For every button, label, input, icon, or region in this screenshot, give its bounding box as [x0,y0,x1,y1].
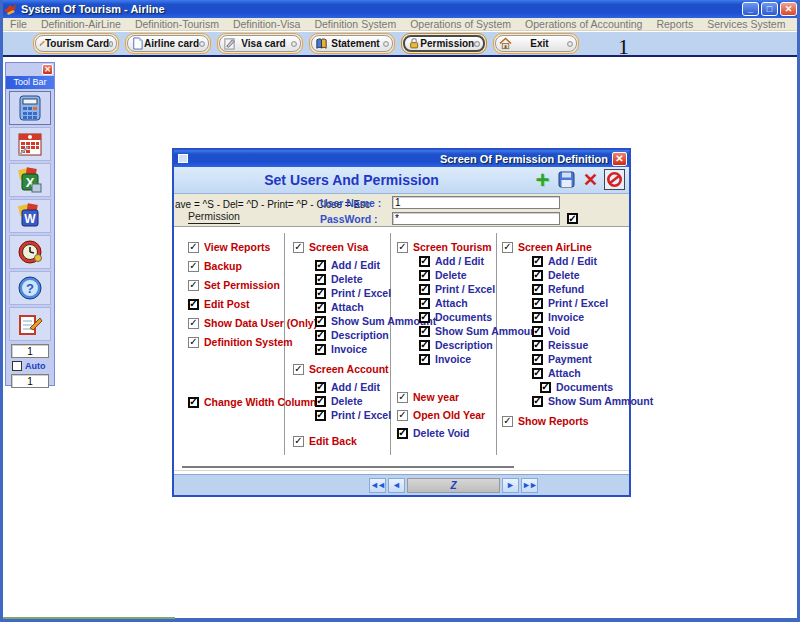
calendar-button[interactable] [9,127,51,161]
checkbox-edit-post[interactable]: ✓ [188,299,199,310]
dialog-close-button[interactable]: ✕ [612,152,627,166]
excel-button[interactable]: X [9,163,51,197]
checkbox-airline-void[interactable]: ✓ [532,326,543,337]
menu-definition-visa[interactable]: Definition-Visa [226,18,308,30]
maximize-button[interactable]: □ [761,2,778,16]
checkbox-airline-reissue[interactable]: ✓ [532,340,543,351]
checkbox-show-reports[interactable]: ✓ [502,416,513,427]
checkbox-change-width-columns[interactable]: ✓ [188,397,199,408]
page-pen-icon [223,37,236,50]
checkbox-airline-delete[interactable]: ✓ [532,270,543,281]
checkbox-screen-visa[interactable]: ✓ [293,242,304,253]
menu-services-system[interactable]: Services System [700,18,792,30]
menu-definition-airline[interactable]: Definition-AirLine [34,18,128,30]
checkbox-airline-payment[interactable]: ✓ [532,354,543,365]
button-dot-icon [474,41,480,47]
exit-button[interactable]: Exit [495,35,577,52]
checkbox-airline-show-sum-ammount[interactable]: ✓ [532,396,543,407]
checkbox-airline-invoice[interactable]: ✓ [532,312,543,323]
checkbox-visa-show-sum-ammount[interactable]: ✓ [315,316,326,327]
help-button[interactable]: ? [9,271,51,305]
checkbox-screen-account[interactable]: ✓ [293,364,304,375]
checkbox-account-add-edit[interactable]: ✓ [315,382,326,393]
permission-label: Screen Tourism [413,241,492,253]
auto-checkbox[interactable] [12,361,22,371]
checkbox-airline-refund[interactable]: ✓ [532,284,543,295]
minimize-button[interactable]: _ [742,2,759,16]
checkbox-tourism-description[interactable]: ✓ [419,340,430,351]
checkbox-definition-system[interactable]: ✓ [188,337,199,348]
checkbox-visa-add-edit[interactable]: ✓ [315,260,326,271]
next-record-button[interactable]: ► [502,478,519,493]
airline-card-button[interactable]: Airline card [127,35,209,52]
permission-row: ✓Delete [532,269,653,281]
checkbox-new-year[interactable]: ✓ [397,392,408,403]
close-button[interactable]: ✕ [780,2,797,16]
permission-label: Delete [435,269,467,281]
checkbox-open-old-year[interactable]: ✓ [397,410,408,421]
checkbox-set-permission[interactable]: ✓ [188,280,199,291]
menu-others[interactable]: Others [792,18,800,30]
checkbox-visa-invoice[interactable]: ✓ [315,344,326,355]
clock-button[interactable] [9,235,51,269]
menu-definition-tourism[interactable]: Definition-Tourism [128,18,226,30]
checkbox-tourism-delete[interactable]: ✓ [419,270,430,281]
checkbox-tourism-attach[interactable]: ✓ [419,298,430,309]
menu-operations-of-system[interactable]: Operations of System [403,18,518,30]
toolbox-bottom-field[interactable]: 1 [11,374,49,388]
airline-card-group: Airline card [125,33,211,54]
checkbox-show-data-user-only[interactable]: ✓ [188,318,199,329]
checkbox-tourism-print-excel[interactable]: ✓ [419,284,430,295]
checkbox-visa-delete[interactable]: ✓ [315,274,326,285]
menu-reports[interactable]: Reports [649,18,700,30]
add-button[interactable]: + [532,169,553,190]
menu-file[interactable]: File [3,18,34,30]
delete-button[interactable]: ✕ [580,169,601,190]
permission-button[interactable]: Permission [403,35,485,52]
visa-card-group: Visa card [217,33,303,54]
checkbox-visa-print-excel[interactable]: ✓ [315,288,326,299]
checkbox-airline-print-excel[interactable]: ✓ [532,298,543,309]
notes-button[interactable] [9,307,51,341]
statement-button[interactable]: Statement [311,35,393,52]
checkbox-edit-back[interactable]: ✓ [293,436,304,447]
password-input[interactable] [392,212,560,225]
toolbox-top-field[interactable]: 1 [11,344,49,358]
permission-label: Print / Excel [331,287,391,299]
last-record-button[interactable]: ►► [521,478,538,493]
checkbox-backup[interactable]: ✓ [188,261,199,272]
save-button[interactable] [556,169,577,190]
first-record-button[interactable]: ◄◄ [369,478,386,493]
checkbox-account-delete[interactable]: ✓ [315,396,326,407]
visa-card-button[interactable]: Visa card [219,35,301,52]
horizontal-scrollbar[interactable] [182,466,514,468]
checkbox-view-reports[interactable]: ✓ [188,242,199,253]
checkbox-account-print-excel[interactable]: ✓ [315,410,326,421]
permission-label: Description [435,339,493,351]
checkbox-visa-description[interactable]: ✓ [315,330,326,341]
checkbox-screen-airline[interactable]: ✓ [502,242,513,253]
checkbox-screen-tourism[interactable]: ✓ [397,242,408,253]
checkbox-tourism-invoice[interactable]: ✓ [419,354,430,365]
toolbox-close-button[interactable]: ✕ [42,64,53,75]
calculator-button[interactable] [9,91,51,125]
checkbox-tourism-documents[interactable]: ✓ [419,312,430,323]
cancel-button[interactable] [604,169,625,190]
password-checkbox[interactable]: ✓ [567,213,578,224]
checkbox-airline-documents[interactable]: ✓ [540,382,551,393]
permission-label: Void [548,325,570,337]
menu-definition-system[interactable]: Definition System [307,18,403,30]
word-button[interactable]: W [9,199,51,233]
checkbox-visa-attach[interactable]: ✓ [315,302,326,313]
tourism-card-button[interactable]: Tourism Card [35,35,117,52]
user-name-input[interactable] [392,196,560,209]
checkbox-airline-attach[interactable]: ✓ [532,368,543,379]
dialog-restore-icon[interactable] [178,154,188,163]
menu-operations-of-accounting[interactable]: Operations of Accounting [518,18,649,30]
checkbox-delete-void[interactable]: ✓ [397,428,408,439]
checkbox-tourism-show-sum-ammount[interactable]: ✓ [419,326,430,337]
checkbox-airline-add-edit[interactable]: ✓ [532,256,543,267]
previous-record-button[interactable]: ◄ [388,478,405,493]
permission-row: ✓Payment [532,353,653,365]
checkbox-tourism-add-edit[interactable]: ✓ [419,256,430,267]
